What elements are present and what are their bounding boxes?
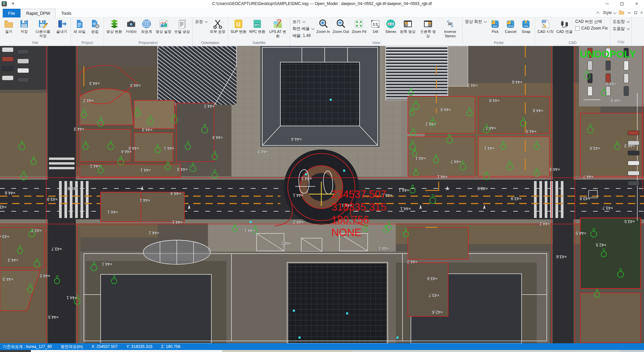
cad-connect-button[interactable]: CAD 연결	[555, 18, 574, 35]
elevation-label: ×43.9	[67, 186, 78, 191]
open-button[interactable]: 열기	[1, 18, 16, 35]
image-rotate-label: 영상 회전	[465, 19, 482, 25]
save-floppy-icon	[19, 19, 29, 29]
coord-system-button[interactable]: 좌표계	[139, 18, 154, 35]
cad-version-select[interactable]: CAD 버전 선택	[575, 19, 608, 25]
elevation-label: ×44.6	[512, 80, 523, 84]
elevation-label: ×44.7	[450, 159, 461, 164]
exit-button[interactable]: 끝내기	[54, 18, 69, 35]
group-title-pedal: Pedal	[464, 40, 534, 46]
zoom-fit-button[interactable]: Zoom Fit	[351, 18, 368, 35]
maximize-icon	[621, 2, 624, 5]
taskbar-edge	[0, 350, 644, 352]
elevation-label: ×42.5	[596, 243, 606, 247]
group-title-preparation: Preparation	[105, 40, 191, 46]
parked-car	[2, 66, 13, 71]
elevation-label: ×44.3	[467, 83, 478, 88]
svg-text:DWG: DWG	[542, 21, 546, 23]
parked-car	[606, 86, 610, 96]
elevation-label: ×44.3	[74, 127, 85, 131]
parked-car	[628, 151, 639, 155]
mdi-minimize-button[interactable]	[628, 13, 631, 13]
map-viewport[interactable]: ×44.3×44.2×44.3×44.3×44.8×44.1×44.3×44.3…	[0, 46, 644, 343]
help-dropdown[interactable]: 도움말	[613, 26, 629, 32]
image-convert-button[interactable]: 영상 변환	[105, 18, 123, 35]
save-as-button[interactable]: 다른이름 저장	[32, 18, 54, 39]
tab-tools[interactable]: Tools	[56, 9, 76, 17]
tab-file[interactable]: File	[3, 9, 20, 17]
maximize-button[interactable]	[614, 0, 629, 7]
close-button[interactable]: ×	[629, 0, 644, 7]
elevation-label: ×43.7	[31, 228, 42, 233]
elevation-label: ×43.7	[602, 206, 613, 210]
lps-at-convert-button[interactable]: LPS LPS AT 변환	[267, 18, 289, 39]
exterior-orientation-button[interactable]: 외부 표정	[208, 18, 227, 35]
screen-scale-dropdown[interactable]: 화면 배율	[292, 26, 314, 32]
style-menu[interactable]: Style	[603, 10, 615, 15]
close-icon: ×	[635, 1, 638, 6]
scale-value-label: 배율: 1.49	[292, 33, 311, 39]
elevation-label: ×44.7	[583, 174, 594, 179]
camera-button[interactable]: 카메라	[123, 18, 139, 35]
docking-window-dropdown[interactable]: 도킹창	[613, 19, 629, 25]
group-title-etc: 기타	[611, 39, 630, 46]
ribbon-tab-row: File Rapid_DPW Tools Style ×	[0, 7, 644, 17]
view-dropdown[interactable]: 보기	[292, 19, 314, 25]
one-to-one-button[interactable]: 1:1 1배	[368, 18, 383, 35]
chevron-down-icon	[613, 11, 616, 14]
cad-start-button[interactable]: DWG CAD 시작	[536, 18, 555, 35]
group-title-orientation: Orientation	[194, 40, 227, 46]
elevation-label: ×44.3	[3, 277, 13, 281]
document-folder-icon[interactable]	[619, 11, 624, 15]
snap-label: Snap	[522, 30, 531, 34]
cancel-button[interactable]: cancel Cancel	[503, 18, 518, 35]
zoom-in-button[interactable]: Zoom In	[315, 18, 331, 35]
elevation-label: ×43.5	[0, 205, 7, 209]
cad-zoom-fix-checkbox[interactable]: CAD Zoom Fix	[575, 26, 608, 31]
elevation-label: ×44.1	[66, 295, 77, 300]
parked-car	[624, 61, 629, 70]
left-image-button[interactable]: 왼쪽 영상	[398, 18, 417, 35]
elevation-label: ×44.1	[102, 262, 112, 266]
inverse-stereo-button[interactable]: 3D Inverse Stereo	[439, 18, 461, 39]
zoom-fit-label: Zoom Fit	[352, 30, 366, 34]
tab-rapid-dpw[interactable]: Rapid_DPW	[20, 9, 56, 17]
zoom-out-button[interactable]: Zoom Out	[331, 18, 351, 35]
orientation-dropdown[interactable]: 표정	[195, 19, 207, 25]
parked-car	[17, 68, 29, 73]
one-to-one-label: 1배	[372, 30, 378, 34]
mdi-close-button[interactable]: ×	[640, 10, 643, 15]
rpc-convert-button[interactable]: RPC RPC 변환	[248, 18, 267, 35]
elevation-label: ×44.8	[606, 81, 616, 86]
save-button[interactable]: 저장	[16, 18, 32, 35]
elevation-label: ×44.3	[177, 167, 188, 172]
right-image-button[interactable]: 오른쪽 영상	[417, 18, 439, 39]
elevation-label: ×44.1	[484, 146, 495, 150]
elevation-label: ×44.1	[301, 176, 312, 181]
elevation-label: ×44.2	[281, 241, 292, 246]
model-create-button[interactable]: 모델 생성	[173, 18, 191, 35]
elevation-label: ×44.8	[489, 98, 500, 103]
stereo-button[interactable]: Stereo	[383, 18, 398, 35]
inverse-stereo-icon: 3D	[445, 19, 455, 29]
sup-convert-button[interactable]: U SUP 변환	[229, 18, 248, 35]
snap-button[interactable]: snap Snap	[518, 18, 534, 35]
exterior-orientation-label: 외부 표정	[210, 30, 225, 34]
elevation-label: ×44.3	[258, 149, 268, 154]
save-as-icon	[38, 19, 48, 29]
pick-button[interactable]: pick Pick	[487, 18, 503, 35]
sup-icon: U	[233, 19, 244, 29]
tie-point	[330, 99, 332, 101]
one-to-one-icon: 1:1	[370, 19, 380, 29]
elevation-label: ×44.1	[400, 206, 411, 211]
edit-button[interactable]: 편집	[87, 18, 103, 35]
minimize-button[interactable]	[600, 0, 614, 7]
new-file-button[interactable]: 새 파일	[72, 18, 87, 35]
image-settings-button[interactable]: 영상 설정	[154, 18, 173, 35]
mdi-restore-button[interactable]	[634, 11, 637, 14]
elevation-label: ×44.1	[172, 220, 183, 224]
image-rotate-dropdown[interactable]: 영상 회전	[465, 19, 486, 25]
aerial-stereo-view[interactable]: ×44.3×44.2×44.3×44.3×44.8×44.1×44.3×44.3…	[0, 46, 644, 343]
stereo-glasses-icon	[386, 19, 396, 29]
group-title-cad: CAD	[536, 40, 609, 46]
